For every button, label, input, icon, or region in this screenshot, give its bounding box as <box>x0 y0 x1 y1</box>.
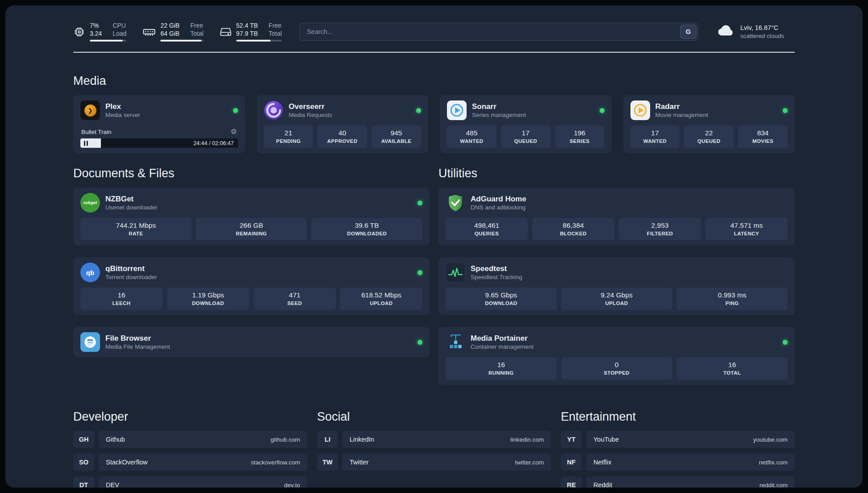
link-abbr-badge[interactable]: DT <box>73 476 94 488</box>
stat-label: SEED <box>255 300 334 307</box>
ram-total-value: 64 GiB <box>160 30 179 38</box>
pause-button[interactable] <box>84 141 88 146</box>
search-input[interactable] <box>300 28 680 35</box>
app-name: Sonarr <box>472 102 594 111</box>
app-card-speedtest[interactable]: Speedtest Speedtest Tracking 9.65 Gbps D… <box>438 257 795 315</box>
link-github: GH Github github.com <box>73 431 307 448</box>
stat-label: SERIES <box>557 138 603 145</box>
settings-gear-icon[interactable]: ⚙ <box>230 128 237 135</box>
app-card-overseerr[interactable]: Overseerr Media Requests 21 PENDING 40 A… <box>257 95 429 153</box>
plex-now-playing: Bullet Train ⚙ 24:44 / 02:06:47 <box>80 125 238 148</box>
ram-icon <box>142 25 156 38</box>
link-linkedin: LI LinkedIn linkedin.com <box>317 431 551 448</box>
link-pill[interactable]: YouTube youtube.com <box>586 431 795 448</box>
status-indicator <box>783 108 788 113</box>
stat-box: 16 TOTAL <box>676 357 788 380</box>
app-card-qbittorrent[interactable]: qb qBittorrent Torrent downloader 16 LEE… <box>73 257 430 315</box>
stat-box: 17 WANTED <box>630 125 680 148</box>
topbar: 7% CPU 3.24 Load <box>73 21 795 42</box>
stat-label: LATENCY <box>707 230 786 237</box>
stat-value: 618.52 Mbps <box>342 291 421 300</box>
link-pill[interactable]: Netflix netflix.com <box>586 454 795 471</box>
app-card-plex[interactable]: ❯ Plex Media server Bullet Train ⚙ <box>73 95 245 153</box>
app-stats: 16 LEECH 1.19 Gbps DOWNLOAD 471 SEED 618… <box>80 282 422 310</box>
stat-label: QUEUED <box>686 138 732 145</box>
stat-box: 17 QUEUED <box>501 125 551 148</box>
link-abbr-badge[interactable]: GH <box>73 431 94 448</box>
search-engine-button[interactable]: G <box>680 25 697 39</box>
app-stats: 17 WANTED 22 QUEUED 834 MOVIES <box>630 120 788 148</box>
stat-label: WANTED <box>632 138 678 145</box>
stat-box: 9.65 Gbps DOWNLOAD <box>446 288 557 310</box>
link-name: Netflix <box>593 459 611 466</box>
stat-box: 618.52 Mbps UPLOAD <box>340 288 422 310</box>
app-subtitle: DNS and adblocking <box>471 204 788 212</box>
app-subtitle: Media server <box>105 111 228 119</box>
stat-label: DOWNLOAD <box>169 300 247 307</box>
ram-progress-track <box>160 40 203 42</box>
section-utilities: Utilities AdGuard Home DNS and adblockin… <box>438 167 795 385</box>
stat-label: QUEUED <box>503 138 549 145</box>
stat-box: 22 QUEUED <box>684 125 734 148</box>
link-list: YT YouTube youtube.com NF Netflix netfli… <box>561 431 795 488</box>
link-abbr-badge[interactable]: RE <box>561 476 582 488</box>
status-indicator <box>783 340 788 345</box>
link-abbr-badge[interactable]: LI <box>317 431 338 448</box>
link-name: YouTube <box>593 436 619 443</box>
search-bar[interactable]: G <box>300 23 698 41</box>
plex-icon: ❯ <box>80 100 100 120</box>
screen-frame: 7% CPU 3.24 Load <box>0 0 868 493</box>
playback-progress-bar[interactable]: 24:44 / 02:06:47 <box>80 138 238 148</box>
app-subtitle: Media File Management <box>105 343 412 351</box>
bookmark-sections: Developer GH Github github.com SO StackO… <box>73 410 795 488</box>
link-pill[interactable]: StackOverflow stackoverflow.com <box>99 454 307 471</box>
link-youtube: YT YouTube youtube.com <box>561 431 795 448</box>
link-pill[interactable]: DEV dev.to <box>99 476 307 488</box>
app-subtitle: Usenet downloader <box>105 204 412 212</box>
stat-value: 196 <box>557 129 603 138</box>
stat-label: STOPPED <box>563 370 671 376</box>
stat-box: 21 PENDING <box>264 125 313 148</box>
link-abbr-badge[interactable]: NF <box>561 454 582 471</box>
app-name: Media Portainer <box>471 334 777 343</box>
app-card-media-portainer[interactable]: Media Portainer Container management 16 … <box>438 327 795 385</box>
link-abbr-badge[interactable]: TW <box>317 454 338 471</box>
app-stats: 9.65 Gbps DOWNLOAD 9.24 Gbps UPLOAD 0.99… <box>446 282 788 310</box>
link-name: DEV <box>106 481 119 488</box>
stat-box: 16 LEECH <box>80 288 163 310</box>
stat-box: 0 STOPPED <box>561 357 672 380</box>
app-name: AdGuard Home <box>471 194 788 204</box>
weather-condition: scattered clouds <box>740 32 784 40</box>
cpu-usage-value: 7% <box>90 22 102 29</box>
cpu-usage-label: CPU <box>113 22 126 29</box>
link-pill[interactable]: LinkedIn linkedin.com <box>342 431 551 448</box>
app-card-nzbget[interactable]: nzbget NZBGet Usenet downloader 744.21 M… <box>73 188 430 246</box>
link-pill[interactable]: Github github.com <box>99 431 307 448</box>
app-card-adguard-home[interactable]: AdGuard Home DNS and adblocking 498,461 … <box>438 188 795 246</box>
stat-value: 498,461 <box>447 221 526 230</box>
status-indicator <box>417 340 422 345</box>
app-card-file-browser[interactable]: File Browser Media File Management <box>73 327 430 357</box>
link-abbr-badge[interactable]: SO <box>73 454 94 471</box>
stat-box: 0.993 ms PING <box>676 288 788 310</box>
app-card-sonarr[interactable]: Sonarr Series management 485 WANTED 17 Q… <box>440 95 612 153</box>
app-subtitle: Container management <box>471 343 777 351</box>
disk-free-label: Free <box>269 22 282 29</box>
stat-box: 485 WANTED <box>447 125 497 148</box>
app-card-radarr[interactable]: Radarr Movie management 17 WANTED 22 QUE… <box>623 95 795 153</box>
weather-location: Lviv, 16.87°C <box>740 24 784 32</box>
link-name: Reddit <box>593 481 612 488</box>
link-pill[interactable]: Twitter twitter.com <box>342 454 551 471</box>
app-subtitle: Torrent downloader <box>105 273 412 281</box>
disk-total-value: 97.9 TB <box>236 30 258 38</box>
link-pill[interactable]: Reddit reddit.com <box>586 476 795 488</box>
stat-value: 16 <box>678 360 786 369</box>
status-indicator <box>417 201 422 205</box>
stat-label: UPLOAD <box>342 300 421 307</box>
stat-label: WANTED <box>449 138 495 145</box>
section-title-utilities: Utilities <box>438 167 795 180</box>
link-abbr-badge[interactable]: YT <box>561 431 582 448</box>
stat-value: 9.65 Gbps <box>447 291 555 300</box>
playback-progress-fill <box>80 138 101 148</box>
app-name: Radarr <box>655 102 778 111</box>
